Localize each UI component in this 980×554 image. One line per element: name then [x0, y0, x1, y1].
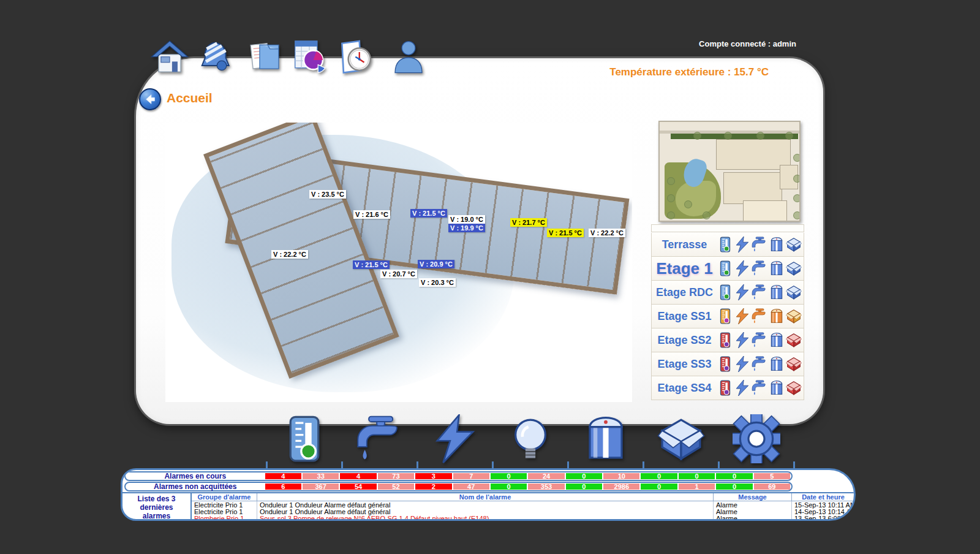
alarm-count-critical: 0	[641, 473, 677, 479]
alarm-summary-section: Alarmes en cours 433473370240100005 Alar…	[121, 468, 856, 521]
package-icon[interactable]	[786, 356, 802, 372]
package-icon[interactable]	[786, 260, 802, 276]
tank-icon[interactable]	[769, 380, 785, 396]
lighting-icon[interactable]	[507, 414, 554, 463]
floor-label[interactable]: Etage SS4	[652, 382, 717, 395]
alarm-count-critical: 0	[716, 484, 752, 490]
site-tree	[724, 132, 732, 140]
water-icon[interactable]	[752, 356, 767, 372]
tank-icon[interactable]	[769, 284, 785, 300]
schedule-icon[interactable]	[336, 36, 374, 80]
room-temperature-readout: V : 22.2 °C	[589, 229, 625, 237]
alarms-unacknowledged-label: Alarmes non acquittées	[126, 483, 265, 490]
floor-row-etage-ss4[interactable]: Etage SS4	[651, 376, 804, 400]
alarm-row-group: Plomberie Prio 1	[194, 515, 254, 521]
temperature-icon[interactable]	[717, 380, 733, 396]
alarm-group-package: 01	[641, 483, 716, 490]
alarm-count-total: 69	[754, 484, 790, 490]
temperature-icon[interactable]	[717, 332, 733, 348]
floor-label[interactable]: Etage RDC	[652, 286, 717, 299]
column-header-group: Groupe d'alarme	[192, 493, 257, 501]
floors-table-header-strip	[651, 224, 804, 232]
home-icon[interactable]	[151, 36, 189, 80]
alarm-count-critical: 3	[415, 473, 451, 479]
chart-icon[interactable]	[290, 36, 328, 80]
account-connected-label: Compte connecté : admin	[699, 39, 796, 48]
temperature-icon[interactable]	[717, 284, 733, 300]
alarm-count-total: 5	[754, 473, 790, 479]
electricity-icon[interactable]	[734, 380, 750, 396]
alarm-row-message: Alarme	[716, 509, 789, 515]
floor-label[interactable]: Etage 1	[652, 259, 717, 278]
electricity-icon[interactable]	[734, 284, 750, 300]
package-icon[interactable]	[786, 308, 802, 324]
floor-label[interactable]: Terrasse	[652, 238, 717, 251]
floor-row-etage-ss2[interactable]: Etage SS2	[651, 328, 804, 352]
floor-system-icons	[717, 356, 804, 372]
water-icon[interactable]	[752, 284, 767, 300]
tank-icon[interactable]	[769, 308, 785, 324]
package-icon[interactable]	[786, 237, 802, 252]
water-icon[interactable]	[752, 380, 767, 396]
alarm-count-critical: 0	[641, 484, 677, 490]
electricity-icon[interactable]	[734, 308, 750, 324]
temperature-icon[interactable]	[717, 356, 733, 372]
floor-row-etage-rdc[interactable]: Etage RDC	[651, 281, 804, 305]
tank-icon[interactable]	[769, 332, 785, 348]
user-icon[interactable]	[390, 36, 428, 80]
package-icon[interactable]	[786, 284, 802, 300]
floor-row-etage-ss1[interactable]: Etage SS1	[651, 305, 804, 328]
water-icon[interactable]	[752, 237, 767, 252]
alarm-group-temperature: 433	[265, 472, 341, 480]
floor-label[interactable]: Etage SS3	[652, 358, 717, 371]
floorplan-3d-view: V : 23.5 °CV : 21.6 °CV : 21.5 °CV : 19.…	[165, 123, 632, 402]
electricity-icon[interactable]	[734, 237, 750, 252]
alarm-count-total: 367	[303, 484, 339, 490]
floor-row-terrasse[interactable]: Terrasse	[651, 233, 804, 257]
documents-icon[interactable]	[246, 36, 284, 80]
alarm-count-total: 2986	[603, 484, 639, 490]
site-plan-thumbnail[interactable]	[658, 121, 801, 222]
temperature-icon[interactable]	[717, 260, 733, 276]
temperature-icon[interactable]	[281, 414, 328, 463]
floor-row-etage-1[interactable]: Etage 1	[651, 257, 804, 281]
electricity-icon[interactable]	[734, 332, 750, 348]
room-temperature-readout: V : 21.6 °C	[353, 210, 390, 219]
package-icon[interactable]	[657, 414, 705, 463]
water-icon[interactable]	[752, 260, 767, 276]
back-button[interactable]	[139, 88, 161, 110]
floor-label[interactable]: Etage SS1	[652, 310, 717, 323]
floor-row-etage-ss3[interactable]: Etage SS3	[651, 352, 804, 376]
electricity-icon[interactable]	[734, 356, 750, 372]
tank-icon[interactable]	[769, 237, 785, 252]
package-icon[interactable]	[786, 332, 802, 348]
tank-icon[interactable]	[582, 414, 630, 463]
alarm-bell-icon[interactable]	[197, 36, 235, 80]
site-hedge	[671, 134, 798, 139]
electricity-icon[interactable]	[431, 414, 479, 463]
gear-icon[interactable]	[733, 414, 780, 463]
temperature-icon[interactable]	[717, 237, 733, 252]
electricity-icon[interactable]	[734, 260, 750, 276]
site-tree	[667, 194, 675, 202]
alarm-count-total: 10	[603, 473, 639, 479]
water-icon[interactable]	[752, 308, 767, 324]
floors-table: TerrasseEtage 1Etage RDCEtage SS1Etage S…	[651, 233, 804, 400]
last-alarms-list: Liste des 3 dernières alarmes Groupe d'a…	[123, 492, 855, 521]
tank-icon[interactable]	[769, 356, 785, 372]
alarm-group-tank: 02986	[566, 483, 641, 490]
floor-label[interactable]: Etage SS2	[652, 334, 717, 347]
alarm-row-message: Alarme	[716, 515, 789, 521]
water-icon[interactable]	[356, 414, 404, 463]
column-header-name: Nom de l'alarme	[257, 493, 714, 501]
last-alarms-table-body: Electricite Prio 1Electricite Prio 1Plom…	[192, 501, 855, 521]
alarm-row-name: Onduleur 1 Onduleur Alarme défaut généra…	[260, 509, 710, 515]
tank-icon[interactable]	[769, 260, 785, 276]
temperature-icon[interactable]	[717, 308, 733, 324]
water-icon[interactable]	[752, 332, 767, 348]
floor-system-icons	[717, 260, 804, 276]
room-temperature-readout: V : 21.5 °C	[547, 229, 584, 237]
alarm-count-total: 353	[528, 484, 564, 490]
alarm-count-critical: 6	[265, 484, 301, 490]
package-icon[interactable]	[786, 380, 802, 396]
